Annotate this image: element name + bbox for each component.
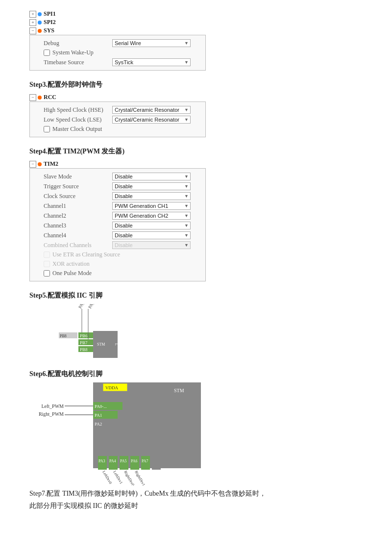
sys-dot: [38, 29, 42, 33]
motor-pa4-text: PA4: [109, 459, 116, 463]
motor-left-drv1-label: LeftDrv1: [112, 470, 123, 485]
motor-pa5-text: PA5: [120, 459, 127, 463]
tim2-ch2-select[interactable]: PWM Generation CH2: [112, 212, 191, 220]
tim2-trigger-select-wrapper[interactable]: Disable: [112, 182, 191, 190]
sys-timebase-select[interactable]: SysTick: [112, 58, 191, 66]
rcc-item[interactable]: − RCC: [29, 93, 363, 101]
rcc-hse-label: High Speed Clock (HSE): [44, 106, 112, 114]
tim2-ch2-select-wrapper[interactable]: PWM Generation CH2: [112, 212, 191, 220]
tim2-ch3-select-wrapper[interactable]: Disable: [112, 222, 191, 229]
spi2-dot: [38, 21, 42, 25]
iic-chip-label: STM: [97, 342, 105, 347]
rcc-label: RCC: [44, 94, 56, 101]
tim2-ch1-select-wrapper[interactable]: PWM Generation CH1: [112, 202, 191, 210]
step7-line2: 此部分用于实现模拟 IIC 的微妙延时: [29, 500, 363, 512]
tim2-clock-label: Clock Source: [44, 193, 112, 200]
tim2-ch4-row: Channel4 Disable: [35, 230, 200, 240]
rcc-lse-select-wrapper[interactable]: Crystal/Ceramic Resonator: [112, 116, 191, 124]
tim2-ch3-select[interactable]: Disable: [112, 222, 191, 229]
tim2-combined-select-wrapper: Disable: [112, 241, 191, 249]
step7-block: Step7.配置 TIM3(用作微妙延时时钟)，CubeMx 生成的代码中不包含…: [29, 487, 363, 512]
motor-pa1-text: PA1: [95, 413, 102, 418]
motor-right-drv0-label: RightDrv0: [123, 470, 135, 486]
motor-l-label: L: [210, 422, 211, 425]
motor-extra-pin: [152, 456, 161, 470]
tim2-slave-label: Slave Mode: [44, 173, 112, 180]
sys-timebase-label: Timebase Source: [44, 59, 112, 66]
tim2-slave-select-wrapper[interactable]: Disable: [112, 173, 191, 180]
motor-pa6-text: PA6: [131, 459, 138, 463]
tim2-label: TIM2: [44, 160, 58, 168]
tim2-panel: Slave Mode Disable Trigger Source Disabl…: [29, 168, 206, 281]
motor-pa7-text: PA7: [142, 459, 148, 463]
iic-scl-label: PA_IIC_SCL: [87, 304, 103, 309]
tim2-onepulse-row: One Pulse Mode: [35, 269, 200, 278]
rcc-panel: High Speed Clock (HSE) Crystal/Ceramic R…: [29, 101, 206, 137]
sys-timebase-select-wrapper[interactable]: SysTick: [112, 58, 191, 66]
tim2-ch4-select-wrapper[interactable]: Disable: [112, 231, 191, 239]
tim2-trigger-select[interactable]: Disable: [112, 182, 191, 190]
sys-wakeup-row: System Wake-Up: [35, 48, 200, 57]
tim2-clock-row: Clock Source Disable: [35, 191, 200, 201]
motor-right-pwm-label: Right_PWM: [39, 411, 64, 417]
iic-left-a-text: PB8: [60, 334, 67, 338]
rcc-expand[interactable]: −: [29, 94, 36, 101]
step4-label: Step4.配置 TIM2(PWM 发生器): [29, 147, 363, 156]
sys-debug-label: Debug: [44, 40, 112, 47]
tim2-trigger-label: Trigger Source: [44, 183, 112, 190]
rcc-mco-row: Master Clock Output: [35, 125, 200, 134]
sys-label: SYS: [44, 27, 54, 34]
spi1-label: SPI1: [44, 10, 56, 18]
tim2-ch4-select[interactable]: Disable: [112, 231, 191, 239]
sys-timebase-row: Timebase Source SysTick: [35, 57, 200, 67]
step3-label: Step3.配置外部时钟信号: [29, 80, 363, 89]
tim2-ch3-label: Channel3: [44, 222, 112, 229]
sys-debug-row: Debug Serial Wire: [35, 38, 200, 48]
tim2-item[interactable]: − TIM2: [29, 160, 363, 168]
rcc-hse-select-wrapper[interactable]: Crystal/Ceramic Resonator: [112, 106, 191, 114]
motor-left-drv0-label: LeftDrv0: [101, 470, 113, 485]
sys-expand[interactable]: −: [29, 27, 36, 34]
tim2-onepulse-label: One Pulse Mode: [52, 270, 92, 277]
spi1-expand[interactable]: +: [29, 11, 36, 18]
tim2-clock-select-wrapper[interactable]: Disable: [112, 192, 191, 200]
step7-line1: Step7.配置 TIM3(用作微妙延时时钟)，CubeMx 生成的代码中不包含…: [29, 487, 363, 500]
spi2-expand[interactable]: +: [29, 19, 36, 26]
rcc-mco-checkbox[interactable]: [44, 126, 50, 132]
tim2-dot: [38, 162, 42, 166]
tim2-ch1-select[interactable]: PWM Generation CH1: [112, 202, 191, 210]
tim2-ch4-label: Channel4: [44, 232, 112, 239]
tim2-ch3-row: Channel3 Disable: [35, 221, 200, 230]
tim2-combined-row: Combined Channels Disable: [35, 240, 200, 250]
rcc-dot: [38, 96, 42, 100]
motor-pa0-text: PA0-...: [95, 404, 107, 409]
rcc-lse-select[interactable]: Crystal/Ceramic Resonator: [112, 116, 191, 124]
tim2-xor-checkbox: [44, 261, 50, 267]
motor-pa3-text: PA3: [98, 459, 105, 463]
sys-debug-select-wrapper[interactable]: Serial Wire: [112, 39, 191, 47]
spi2-label: SPI2: [44, 19, 56, 26]
spi1-item[interactable]: + SPI1: [29, 10, 363, 18]
motor-vdda-text: VDDA: [105, 385, 118, 390]
rcc-lse-label: Low Speed Clock (LSE): [44, 116, 112, 124]
spi2-item[interactable]: + SPI2: [29, 18, 363, 26]
step6-label: Step6.配置电机控制引脚: [29, 370, 363, 378]
tim2-onepulse-checkbox[interactable]: [44, 270, 50, 277]
tim2-expand[interactable]: −: [29, 161, 36, 168]
iic-pb8-text: PB8: [80, 347, 88, 352]
tim2-combined-label: Combined Channels: [44, 242, 112, 249]
tim2-etr-checkbox: [44, 252, 50, 258]
rcc-lse-row: Low Speed Clock (LSE) Crystal/Ceramic Re…: [35, 115, 200, 125]
tim2-xor-label: XOR activation: [52, 260, 90, 268]
rcc-hse-select[interactable]: Crystal/Ceramic Resonator: [112, 106, 191, 114]
tim2-clock-select[interactable]: Disable: [112, 192, 191, 200]
sys-wakeup-checkbox[interactable]: [44, 50, 50, 56]
tim2-trigger-row: Trigger Source Disable: [35, 181, 200, 191]
tim2-slave-select[interactable]: Disable: [112, 173, 191, 180]
tim2-combined-select: Disable: [112, 241, 191, 249]
motor-pa2-text: PA2: [95, 422, 102, 427]
tim2-etr-label: Use ETR as Clearing Source: [52, 251, 120, 258]
sys-item[interactable]: − SYS: [29, 26, 363, 35]
sys-debug-select[interactable]: Serial Wire: [112, 39, 191, 47]
tim2-slave-row: Slave Mode Disable: [35, 172, 200, 181]
